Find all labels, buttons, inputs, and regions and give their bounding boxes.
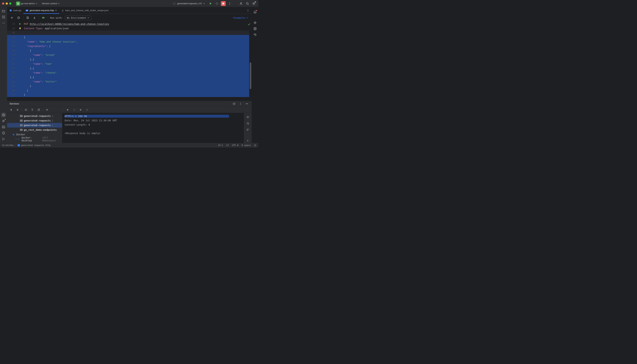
svg-point-48 <box>87 109 87 109</box>
tab-label: main.go <box>13 9 21 12</box>
services-tool-button[interactable] <box>1 112 6 118</box>
stop-request-button[interactable] <box>78 108 83 112</box>
structure-tool-button[interactable] <box>1 14 6 20</box>
run-all-button[interactable] <box>41 16 46 20</box>
filter-button[interactable] <box>30 108 35 112</box>
response-header: Content-Length: 0 <box>65 123 241 128</box>
tree-item-request[interactable]: go_rest_demo-endpoints <box>7 128 62 132</box>
settings-button[interactable] <box>251 1 256 6</box>
notifications-tool-button[interactable] <box>253 10 258 14</box>
show-button[interactable] <box>24 108 28 112</box>
database-tool-button[interactable] <box>253 26 258 31</box>
scrollbar-thumb[interactable] <box>250 62 251 89</box>
code-editor[interactable]: 23PUT http://localhost:8080/recipes/ham-… <box>7 22 252 101</box>
tree-item-request[interactable]: generated-requests | <box>7 123 62 128</box>
svg-rect-59 <box>18 139 19 140</box>
focus-button[interactable] <box>232 102 236 106</box>
file-encoding[interactable]: UTF-8 <box>232 144 238 146</box>
close-button[interactable] <box>15 108 20 112</box>
project-selector[interactable]: G go-rest-demo <box>15 1 39 6</box>
svg-text:API: API <box>26 10 28 11</box>
api-file-icon <box>20 115 23 117</box>
environment-selector[interactable]: No Environment <box>65 16 91 20</box>
svg-point-25 <box>10 10 12 12</box>
svg-rect-51 <box>20 115 23 117</box>
svg-point-27 <box>11 10 11 10</box>
soft-wrap-button[interactable] <box>245 121 250 126</box>
svg-rect-56 <box>13 134 14 135</box>
debug-button[interactable] <box>214 1 219 6</box>
git-tool-button[interactable] <box>1 136 6 142</box>
run-button[interactable] <box>208 1 213 6</box>
import-button[interactable] <box>32 16 37 20</box>
ai-assistant-button[interactable] <box>253 20 258 25</box>
services-options-button[interactable] <box>238 102 243 106</box>
problems-tool-button[interactable] <box>1 130 6 136</box>
run-with-label: Run with: <box>50 16 63 19</box>
tab-generated-requests[interactable]: API generated-requests.http ✕ <box>24 7 59 14</box>
services-panel: Services generated-requests | generated-… <box>7 101 252 143</box>
response-output[interactable]: HTTP/1.1 200 OK Date: Mon, 24 Jul 2023 2… <box>62 113 244 143</box>
svg-point-26 <box>10 10 11 10</box>
tab-recipe-json[interactable]: {} ham_and_cheese_with_butter_recipe.jso… <box>59 7 111 14</box>
vcs-menu[interactable]: Version control <box>40 2 61 6</box>
tree-item-request[interactable]: generated-requests | <box>7 118 62 123</box>
run-tool-button[interactable] <box>1 118 6 124</box>
tab-options-button[interactable] <box>246 8 250 13</box>
more-actions-button[interactable] <box>227 1 232 6</box>
request-history-button[interactable] <box>16 16 21 20</box>
svg-rect-47 <box>80 109 81 110</box>
search-everywhere-button[interactable] <box>245 1 250 6</box>
terminal-tool-button[interactable] <box>1 124 6 130</box>
examples-label: *Examples <box>233 16 245 19</box>
rerun-button[interactable] <box>66 108 70 112</box>
next-button[interactable] <box>245 138 250 143</box>
tab-main-go[interactable]: main.go <box>7 7 24 14</box>
scroll-to-top-button[interactable] <box>245 128 250 132</box>
open-button[interactable] <box>36 108 41 112</box>
line-separator[interactable]: LF <box>226 144 229 146</box>
chevron-right-icon <box>15 144 17 146</box>
add-request-button[interactable] <box>10 16 14 20</box>
close-window-button[interactable] <box>2 2 4 4</box>
response-header: Date: Mon, 24 Jul 2023 21:30:06 GMT <box>65 119 241 123</box>
api-file-icon <box>20 129 23 131</box>
readonly-toggle[interactable] <box>254 144 256 146</box>
tree-item-request[interactable]: generated-requests | <box>7 114 62 118</box>
debug-request-button[interactable] <box>72 108 77 112</box>
more-tools-button[interactable] <box>1 20 6 26</box>
indent-info[interactable]: 0 space <box>242 144 251 146</box>
svg-point-49 <box>87 110 87 110</box>
zoom-window-button[interactable] <box>9 2 11 4</box>
svg-rect-13 <box>4 18 5 18</box>
cursor-position[interactable]: 25:1 <box>218 144 223 146</box>
code-with-me-button[interactable] <box>239 1 244 6</box>
minimize-window-button[interactable] <box>6 2 8 4</box>
hide-panel-button[interactable] <box>245 102 249 106</box>
tree-item-docker-desktop[interactable]: docker-desktop[All Namespace <box>7 137 62 142</box>
left-tool-strip <box>0 7 7 143</box>
tree-item-label: generated-requests <box>24 124 51 127</box>
close-tab-button[interactable]: ✕ <box>55 9 57 12</box>
breadcrumb[interactable]: Scratches generated-requests.http <box>2 144 51 146</box>
docker-icon <box>18 138 20 140</box>
svg-rect-12 <box>2 18 3 18</box>
view-button[interactable] <box>245 115 250 120</box>
stop-button[interactable] <box>221 1 226 6</box>
request-more-button[interactable] <box>85 108 89 112</box>
svg-rect-60 <box>19 139 19 140</box>
title-bar: G go-rest-demo Version control API gener… <box>0 0 258 7</box>
status-bar: Scratches generated-requests.http 25:1 L… <box>0 143 258 148</box>
add-service-button[interactable] <box>45 108 49 112</box>
services-tree[interactable]: generated-requests | generated-requests … <box>7 113 62 143</box>
run-configuration-selector[interactable]: API generated-requests | #3 <box>172 2 207 6</box>
history-tool-button[interactable] <box>253 32 258 37</box>
svg-point-61 <box>247 117 248 118</box>
response-toolbar <box>244 113 252 143</box>
examples-link[interactable]: *Examples <box>233 16 248 19</box>
notification-dot <box>256 10 257 11</box>
expand-all-button[interactable] <box>9 108 14 112</box>
convert-button[interactable] <box>25 16 30 20</box>
svg-rect-53 <box>20 124 23 126</box>
project-tool-button[interactable] <box>1 8 6 14</box>
